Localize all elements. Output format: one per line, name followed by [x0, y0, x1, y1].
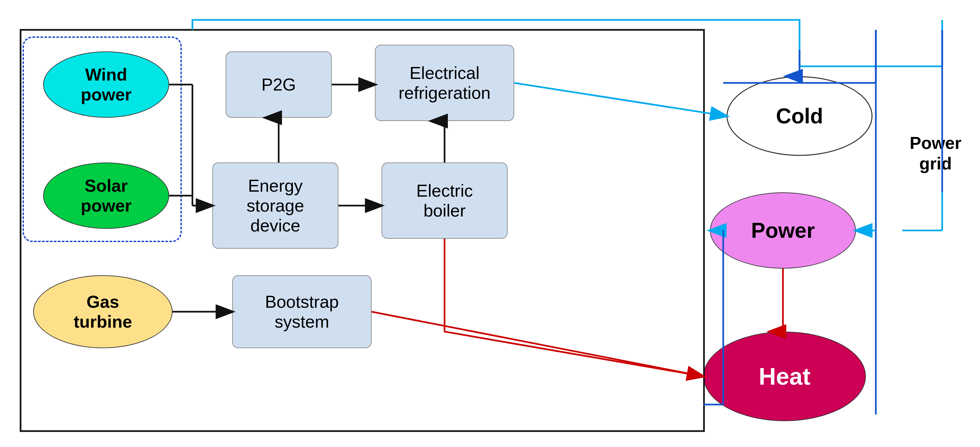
solar-power-node: Solar power	[43, 162, 169, 229]
gas-turbine-node: Gas turbine	[33, 275, 172, 348]
energy-storage-node: Energy storage device	[212, 162, 338, 249]
cold-node: Cold	[727, 76, 872, 156]
svg-line-24	[514, 83, 727, 116]
svg-line-20	[372, 312, 703, 376]
heat-node: Heat	[703, 331, 866, 421]
wind-power-node: Wind power	[43, 51, 169, 118]
electric-boiler-node: Electric boiler	[382, 162, 508, 239]
svg-line-15	[338, 83, 375, 179]
p2g-node: P2G	[226, 51, 332, 118]
electrical-refrigeration-node: Electrical refrigeration	[375, 45, 514, 121]
bootstrap-system-node: Bootstrap system	[232, 275, 372, 348]
power-grid-label: Power grid	[906, 133, 966, 174]
diagram-container: Wind power Solar power Gas turbine P2G E…	[0, 0, 980, 447]
power-node: Power	[710, 192, 856, 269]
